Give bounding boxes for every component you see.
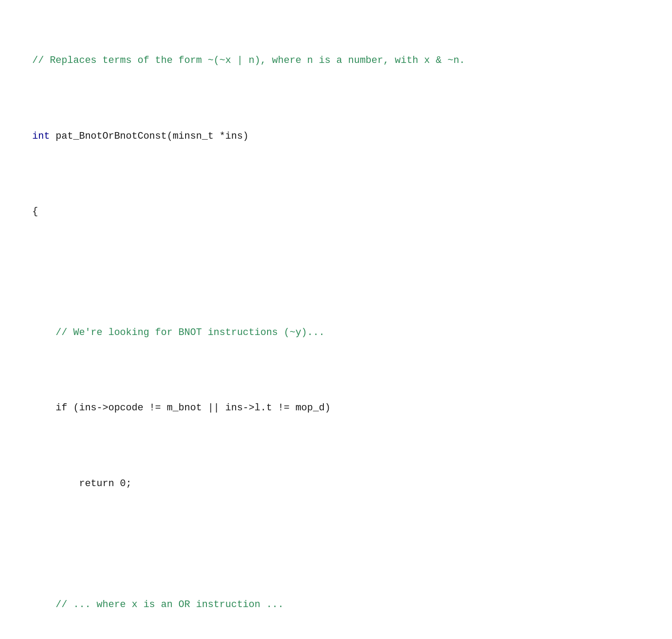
line-func-sig: int pat_BnotOrBnotConst(minsn_t *ins) (9, 114, 663, 159)
line-blank-1 (9, 265, 663, 280)
code-block: // Replaces terms of the form ~(~x | n),… (9, 8, 663, 639)
line-blank-2 (9, 537, 663, 552)
line-comment-1: // We're looking for BNOT instructions (… (9, 310, 663, 355)
line-if-1: if (ins->opcode != m_bnot || ins->l.t !=… (9, 386, 663, 431)
line-open-brace: { (9, 189, 663, 234)
line-return-1: return 0; (9, 461, 663, 507)
line-comment-top: // Replaces terms of the form ~(~x | n),… (9, 38, 663, 83)
line-comment-2: // ... where x is an OR instruction ... (9, 582, 663, 627)
